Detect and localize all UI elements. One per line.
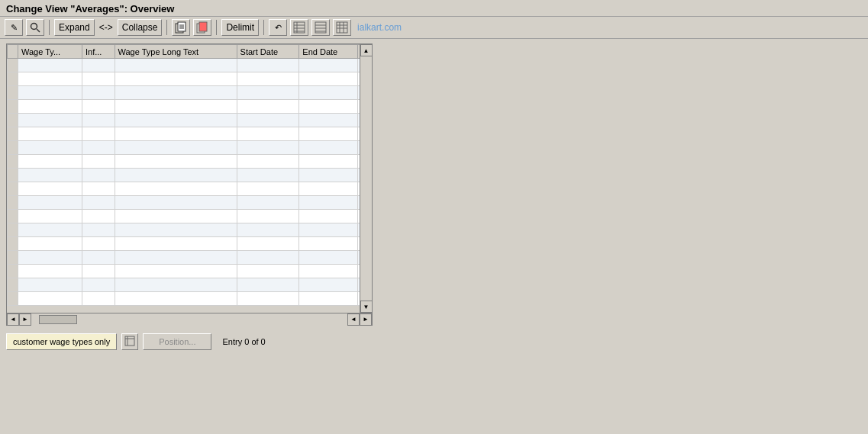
- data-table: Wage Ty... Inf... Wage Type Long Text St…: [7, 44, 372, 306]
- customer-wage-types-label: customer wage types only: [13, 337, 110, 346]
- table-row[interactable]: [8, 251, 372, 265]
- horizontal-scrollbar[interactable]: ◄ ► ◄ ►: [7, 313, 372, 325]
- copy-icon: [175, 21, 187, 34]
- chevron-up-icon: ▲: [363, 47, 369, 54]
- col-header-wage-type: Wage Ty...: [18, 45, 82, 59]
- scroll-far-right-button[interactable]: ►: [360, 313, 372, 326]
- chevron-far-right-icon: ►: [363, 316, 369, 323]
- collapse-button[interactable]: Collapse: [118, 19, 163, 36]
- table-row[interactable]: [8, 182, 372, 196]
- delimit-button[interactable]: Delimit: [221, 19, 259, 36]
- table-row[interactable]: [8, 237, 372, 251]
- scroll-down-button[interactable]: ▼: [360, 301, 373, 313]
- table-row[interactable]: [8, 100, 372, 114]
- table-row[interactable]: [8, 141, 372, 155]
- table-row[interactable]: [8, 210, 372, 223]
- chevron-right-icon: ◄: [350, 316, 357, 323]
- separator-4: [263, 20, 264, 35]
- arrow-text: <->: [98, 22, 115, 33]
- col-header-end-date: End Date: [299, 45, 358, 59]
- edit-button[interactable]: ✎: [5, 19, 23, 36]
- table-view2-button[interactable]: [311, 19, 330, 36]
- scroll-right-button[interactable]: ◄: [347, 313, 360, 326]
- watermark-text: ialkart.com: [357, 22, 402, 33]
- table2-icon: [315, 21, 327, 34]
- col-header-long-text: Wage Type Long Text: [115, 45, 237, 59]
- col-header-start-date: Start Date: [237, 45, 299, 59]
- main-content: Wage Ty... Inf... Wage Type Long Text St…: [0, 39, 868, 427]
- pencil-icon: ✎: [8, 21, 20, 34]
- scroll-up-button[interactable]: ▲: [360, 44, 373, 56]
- table-row[interactable]: [8, 265, 372, 278]
- position-label: Position...: [159, 337, 195, 346]
- expand-button[interactable]: Expand: [54, 19, 95, 36]
- svg-rect-18: [337, 22, 347, 33]
- undo-button[interactable]: ↶: [269, 19, 287, 36]
- table-row[interactable]: [8, 72, 372, 86]
- svg-rect-27: [125, 336, 134, 346]
- separator-1: [49, 20, 50, 35]
- table-row[interactable]: [8, 155, 372, 169]
- svg-point-0: [31, 24, 37, 30]
- scroll-track[interactable]: [360, 56, 373, 301]
- expand-label: Expand: [57, 22, 92, 33]
- entry-count: Entry 0 of 0: [222, 337, 265, 346]
- footer-icon: [124, 336, 135, 348]
- col-header-info: Inf...: [82, 45, 115, 59]
- h-scroll-track[interactable]: [31, 313, 347, 326]
- collapse-label: Collapse: [121, 22, 160, 33]
- table1-icon: [293, 21, 305, 34]
- table-row[interactable]: [8, 292, 372, 306]
- table-row[interactable]: [8, 278, 372, 292]
- position-button[interactable]: Position...: [143, 333, 211, 350]
- delete-icon: [196, 21, 208, 34]
- separator-2: [166, 20, 167, 35]
- separator-3: [216, 20, 217, 35]
- find-button[interactable]: [26, 19, 44, 36]
- vertical-scrollbar[interactable]: ▲ ▼: [360, 44, 372, 313]
- table-view1-button[interactable]: [290, 19, 308, 36]
- row-indicator-header: [8, 45, 18, 59]
- table-row[interactable]: [8, 223, 372, 237]
- table-row[interactable]: [8, 86, 372, 100]
- table-row[interactable]: [8, 196, 372, 210]
- delete-button[interactable]: [193, 19, 211, 36]
- copy-button[interactable]: [172, 19, 190, 36]
- table-scroll-area[interactable]: Wage Ty... Inf... Wage Type Long Text St…: [7, 44, 372, 313]
- footer: customer wage types only Position... Ent…: [6, 332, 862, 352]
- svg-rect-8: [199, 22, 207, 31]
- page-title: Change View "Averages": Overview: [0, 0, 868, 17]
- scroll-right-btn2[interactable]: ►: [19, 313, 31, 326]
- table-row[interactable]: [8, 127, 372, 141]
- customer-wage-types-button[interactable]: customer wage types only: [6, 333, 117, 350]
- chevron-down-icon: ▼: [363, 304, 369, 310]
- undo-icon: ↶: [272, 21, 284, 34]
- table-view3-button[interactable]: [333, 19, 351, 36]
- table-row[interactable]: [8, 59, 372, 72]
- footer-icon-button[interactable]: [121, 333, 138, 350]
- table3-icon: [336, 21, 348, 34]
- chevron-right-icon2: ►: [22, 316, 28, 323]
- scroll-left-button[interactable]: ◄: [7, 313, 19, 326]
- toolbar: ✎ Expand <-> Collapse: [0, 17, 868, 39]
- search-icon: [29, 21, 41, 34]
- delimit-label: Delimit: [224, 22, 256, 33]
- h-scroll-thumb[interactable]: [39, 315, 77, 324]
- data-table-container: Wage Ty... Inf... Wage Type Long Text St…: [6, 43, 373, 326]
- svg-line-1: [37, 29, 40, 32]
- chevron-left-icon: ◄: [10, 316, 16, 323]
- table-row[interactable]: [8, 114, 372, 127]
- table-row[interactable]: [8, 169, 372, 182]
